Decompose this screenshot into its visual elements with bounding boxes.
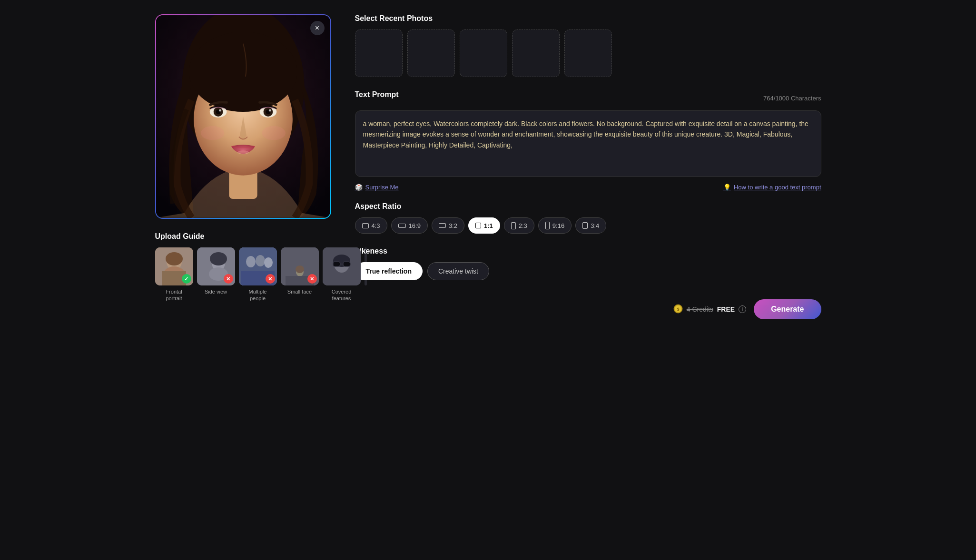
- aspect-btn-11[interactable]: 1:1: [468, 217, 500, 234]
- bulb-icon: 💡: [723, 184, 731, 191]
- guide-item-small[interactable]: ✕ Small face: [281, 247, 319, 295]
- aspect-ratio-label: Aspect Ratio: [355, 202, 821, 211]
- surprise-label: Surprise Me: [365, 184, 399, 191]
- main-layout: × Upload Guide: [155, 10, 821, 319]
- aspect-icon-43: [362, 223, 369, 228]
- svg-text:$: $: [677, 307, 679, 312]
- uploaded-face-image: [156, 15, 330, 218]
- guide-badge-frontal: ✓: [182, 274, 191, 284]
- how-to-label: How to write a good text prompt: [734, 184, 821, 191]
- aspect-icon-916: [545, 222, 550, 229]
- recent-photos-slots: [355, 29, 821, 77]
- text-prompt-label: Text Prompt: [355, 90, 399, 99]
- aspect-ratio-section: Aspect Ratio 4:316:93:21:12:39:163:4: [355, 202, 821, 234]
- credits-info: $ 4 Credits FREE i: [673, 304, 746, 315]
- aspect-icon-34: [582, 222, 588, 229]
- prompt-actions: 🎲 Surprise Me 💡 How to write a good text…: [355, 184, 821, 191]
- aspect-icon-32: [439, 223, 446, 228]
- svg-point-14: [262, 126, 285, 140]
- aspect-btn-34[interactable]: 3:4: [575, 217, 606, 234]
- svg-point-11: [219, 109, 221, 112]
- aspect-icon-23: [511, 222, 516, 229]
- aspect-ratio-buttons: 4:316:93:21:12:39:163:4: [355, 217, 821, 234]
- guide-badge-multiple: ✕: [266, 274, 275, 284]
- guide-thumb-frontal: ✓: [155, 247, 193, 285]
- prompt-textarea[interactable]: a woman, perfect eyes, Watercolors compl…: [355, 110, 821, 177]
- likeness-buttons: True reflectionCreative twist: [355, 262, 821, 280]
- image-upload-area[interactable]: ×: [155, 14, 331, 219]
- aspect-icon-11: [475, 223, 481, 228]
- credits-value: 4 Credits: [687, 305, 713, 313]
- svg-point-12: [268, 109, 271, 112]
- upload-guide: Upload Guide ✓: [155, 232, 336, 302]
- coin-icon: $: [673, 304, 683, 315]
- guide-badge-side: ✕: [224, 274, 233, 284]
- photo-slot-5[interactable]: [564, 29, 612, 77]
- svg-rect-44: [323, 247, 361, 285]
- likeness-btn-creative-twist[interactable]: Creative twist: [427, 262, 489, 280]
- info-icon[interactable]: i: [739, 305, 746, 313]
- right-panel: Select Recent Photos Text Prompt 764/100…: [355, 14, 821, 319]
- guide-item-frontal[interactable]: ✓ Frontalportrait: [155, 247, 193, 302]
- guide-thumb-covered: [323, 247, 361, 285]
- likeness-label: Likeness: [355, 247, 821, 255]
- surprise-icon: 🎲: [355, 184, 363, 191]
- surprise-me-button[interactable]: 🎲 Surprise Me: [355, 184, 399, 191]
- aspect-btn-169[interactable]: 16:9: [391, 217, 428, 234]
- bottom-bar: $ 4 Credits FREE i Generate: [355, 299, 821, 319]
- left-panel: × Upload Guide: [155, 14, 336, 319]
- photo-slot-4[interactable]: [512, 29, 560, 77]
- guide-item-side[interactable]: ✕ Side view: [197, 247, 235, 295]
- likeness-btn-true-reflection[interactable]: True reflection: [355, 262, 423, 280]
- aspect-btn-43[interactable]: 4:3: [355, 217, 387, 234]
- photo-slot-3[interactable]: [460, 29, 507, 77]
- photo-slot-2[interactable]: [407, 29, 455, 77]
- guide-thumb-multiple: ✕: [239, 247, 277, 285]
- how-to-link[interactable]: 💡 How to write a good text prompt: [723, 184, 821, 191]
- aspect-btn-916[interactable]: 9:16: [538, 217, 572, 234]
- guide-label-small: Small face: [287, 288, 312, 295]
- guide-badge-small: ✕: [307, 274, 317, 284]
- generate-button[interactable]: Generate: [754, 299, 821, 319]
- aspect-icon-169: [398, 224, 406, 228]
- upload-guide-title: Upload Guide: [155, 232, 336, 241]
- aspect-btn-23[interactable]: 2:3: [504, 217, 534, 234]
- char-count: 764/1000 Characters: [763, 95, 821, 102]
- likeness-section: Likeness True reflectionCreative twist: [355, 247, 821, 280]
- text-prompt-header: Text Prompt 764/1000 Characters: [355, 90, 821, 106]
- guide-label-side: Side view: [205, 288, 227, 295]
- credits-free: FREE: [717, 305, 735, 313]
- svg-point-15: [237, 150, 249, 154]
- guide-label-multiple: Multiplepeople: [249, 288, 267, 302]
- guide-label-frontal: Frontalportrait: [166, 288, 182, 302]
- guide-thumb-small: ✕: [281, 247, 319, 285]
- svg-point-13: [200, 126, 224, 140]
- guide-label-covered: Coveredfeatures: [332, 288, 352, 302]
- guide-item-multiple[interactable]: ✕ Multiplepeople: [239, 247, 277, 302]
- close-image-button[interactable]: ×: [310, 21, 325, 35]
- recent-photos-title: Select Recent Photos: [355, 14, 821, 23]
- guide-thumb-side: ✕: [197, 247, 235, 285]
- aspect-btn-32[interactable]: 3:2: [432, 217, 464, 234]
- guide-items-list: ✓ Frontalportrait ✕: [155, 247, 336, 302]
- photo-slot-1[interactable]: [355, 29, 403, 77]
